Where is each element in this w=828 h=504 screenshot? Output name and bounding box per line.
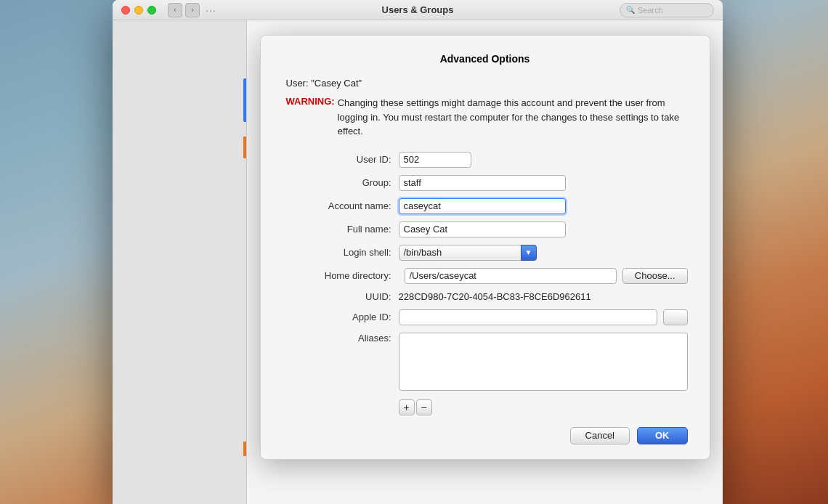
login-shell-select[interactable]: /bin/bash /bin/zsh /bin/sh /bin/csh /bin… [399, 245, 537, 261]
group-label: Group: [283, 177, 399, 188]
window-body: Advanced Options User: "Casey Cat" WARNI… [113, 20, 723, 504]
close-button[interactable] [121, 6, 130, 15]
user-id-input[interactable] [399, 152, 471, 168]
group-input[interactable] [399, 175, 566, 191]
search-icon: 🔍 [626, 6, 635, 14]
window-title: Users & Groups [382, 4, 454, 15]
full-name-label: Full name: [283, 224, 399, 235]
warning-text: Changing these settings might damage thi… [338, 96, 688, 139]
ok-button[interactable]: OK [637, 427, 688, 444]
warning-label: WARNING: [286, 96, 335, 139]
apple-id-row: Apple ID: [283, 309, 688, 325]
account-name-label: Account name: [283, 200, 399, 211]
advanced-options-dialog: Advanced Options User: "Casey Cat" WARNI… [260, 35, 710, 460]
user-id-label: User ID: [283, 154, 399, 165]
full-name-row: Full name: [283, 221, 688, 237]
search-box[interactable]: 🔍 Search [620, 3, 714, 17]
choose-button[interactable]: Choose... [622, 268, 688, 284]
uuid-row: UUID: 228CD980-7C20-4054-BC83-F8CE6D9626… [283, 291, 688, 302]
alias-buttons: + − [399, 399, 688, 415]
minimize-button[interactable] [134, 6, 143, 15]
nav-dots: ··· [206, 4, 216, 16]
login-shell-label: Login shell: [283, 247, 399, 258]
search-placeholder: Search [638, 6, 663, 15]
remove-alias-button[interactable]: − [416, 399, 432, 415]
window: ‹ › ··· Users & Groups 🔍 Search Advanced… [113, 0, 723, 504]
home-dir-label: Home directory: [283, 270, 399, 281]
account-name-row: Account name: [283, 198, 688, 214]
traffic-lights [121, 6, 156, 15]
group-row: Group: [283, 175, 688, 191]
cancel-button[interactable]: Cancel [570, 427, 630, 444]
account-name-input[interactable] [399, 198, 566, 214]
user-label-text: User: [286, 78, 309, 89]
add-alias-button[interactable]: + [399, 399, 415, 415]
login-shell-select-wrap: /bin/bash /bin/zsh /bin/sh /bin/csh /bin… [399, 245, 537, 261]
sidebar-accent [243, 78, 246, 122]
dialog-title: Advanced Options [283, 53, 688, 65]
warning-block: WARNING: Changing these settings might d… [283, 96, 688, 139]
apple-id-label: Apple ID: [283, 312, 399, 322]
uuid-label: UUID: [283, 291, 399, 302]
aliases-textarea[interactable] [399, 333, 688, 391]
titlebar: ‹ › ··· Users & Groups 🔍 Search [113, 0, 723, 20]
user-id-row: User ID: [283, 152, 688, 168]
uuid-value: 228CD980-7C20-4054-BC83-F8CE6D962611 [399, 291, 591, 302]
main-content: Advanced Options User: "Casey Cat" WARNI… [247, 20, 723, 504]
full-name-input[interactable] [399, 221, 566, 237]
user-label: User: "Casey Cat" [283, 78, 688, 89]
maximize-button[interactable] [147, 6, 156, 15]
login-shell-row: Login shell: /bin/bash /bin/zsh /bin/sh … [283, 245, 688, 261]
back-button[interactable]: ‹ [168, 3, 182, 17]
apple-id-input[interactable] [399, 309, 657, 325]
aliases-label: Aliases: [283, 333, 399, 344]
sidebar-bar-1 [243, 137, 246, 158]
nav-buttons: ‹ › ··· [168, 3, 216, 17]
sidebar-bar-2 [243, 442, 246, 456]
home-dir-row: Home directory: Choose... [283, 268, 688, 284]
forward-button[interactable]: › [185, 3, 200, 17]
sidebar [113, 20, 247, 504]
set-button[interactable] [663, 309, 688, 325]
user-name-value: "Casey Cat" [311, 78, 362, 89]
home-dir-input[interactable] [405, 268, 617, 284]
dialog-footer: Cancel OK [283, 427, 688, 444]
aliases-row: Aliases: [283, 333, 688, 391]
